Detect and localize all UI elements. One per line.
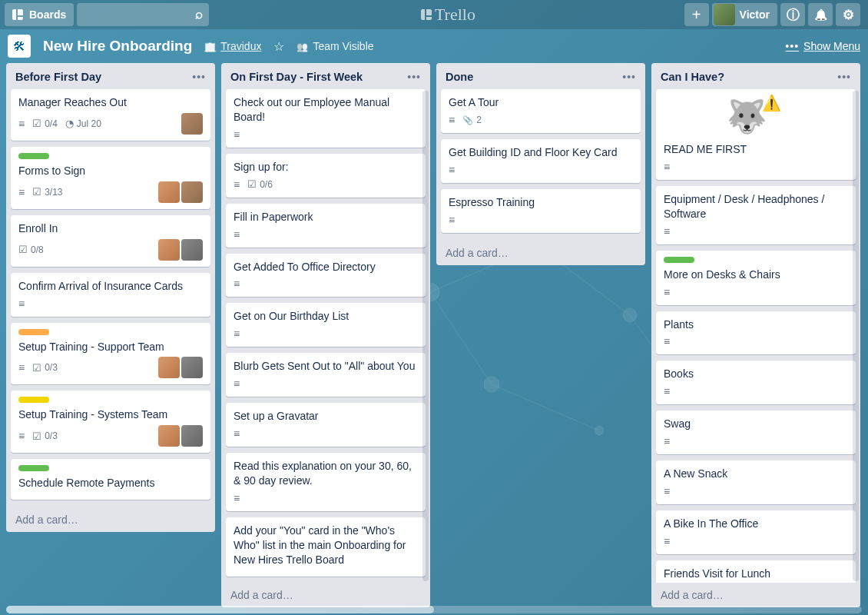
- card[interactable]: A New Snack: [656, 460, 856, 504]
- horizontal-scrollbar[interactable]: [6, 606, 862, 613]
- card[interactable]: Equipment / Desk / Headphones / Software: [656, 186, 856, 244]
- list-scrollbar[interactable]: [853, 91, 859, 581]
- description-icon: [664, 535, 670, 547]
- card-members: [158, 181, 203, 203]
- list-title[interactable]: Before First Day: [15, 71, 101, 83]
- card[interactable]: Plants: [656, 311, 856, 355]
- card-label[interactable]: [18, 153, 49, 159]
- checklist-icon: [32, 186, 41, 198]
- card-title: Get Added To Office Directory: [234, 260, 418, 274]
- list-scrollbar[interactable]: [422, 91, 429, 581]
- add-card-button[interactable]: Add a card…: [651, 583, 860, 607]
- card[interactable]: Blurb Gets Sent Out to "All" about You: [226, 353, 426, 397]
- scrollbar-thumb[interactable]: [6, 606, 434, 613]
- description-icon: [18, 118, 25, 130]
- card-title: Books: [664, 367, 848, 381]
- member-avatar[interactable]: [158, 357, 180, 378]
- card-title: Equipment / Desk / Headphones / Software: [664, 192, 848, 221]
- list-menu-button[interactable]: •••: [837, 71, 851, 83]
- card[interactable]: Enroll In0/8: [11, 215, 210, 267]
- card[interactable]: Get Added To Office Directory: [226, 254, 426, 298]
- add-card-button[interactable]: Add a card…: [436, 241, 645, 265]
- card[interactable]: 🐺⚠️READ ME FIRST: [656, 89, 856, 180]
- card[interactable]: Add your "You" card in the "Who's Who" l…: [226, 517, 426, 577]
- card[interactable]: Confirm Arrival of Insurance Cards: [11, 273, 210, 317]
- card[interactable]: Sign up for:0/6: [226, 154, 426, 198]
- boards-button[interactable]: Boards: [5, 3, 74, 26]
- card-title: Sign up for:: [234, 160, 418, 175]
- member-avatar[interactable]: [158, 181, 180, 203]
- description-icon: [664, 485, 670, 497]
- card[interactable]: Setup Training - Systems Team0/3: [11, 391, 210, 453]
- list-menu-button[interactable]: •••: [407, 71, 421, 83]
- description-badge: [234, 427, 240, 440]
- description-badge: [449, 164, 455, 176]
- card[interactable]: A Bike In The Office: [656, 510, 856, 554]
- card-title: Fill in Paperwork: [234, 210, 418, 224]
- list-title[interactable]: Done: [446, 71, 473, 83]
- search-input[interactable]: [77, 3, 209, 26]
- description-badge: [664, 385, 670, 397]
- member-avatar[interactable]: [181, 113, 203, 135]
- add-card-button[interactable]: Add a card…: [6, 507, 215, 532]
- card-title: Plants: [664, 317, 848, 332]
- member-avatar[interactable]: [158, 425, 180, 447]
- card[interactable]: Setup Training - Support Team0/3: [11, 323, 210, 385]
- description-icon: [664, 286, 670, 298]
- description-badge: [18, 186, 25, 198]
- card[interactable]: Set up a Gravatar: [226, 403, 426, 447]
- description-badge: [664, 335, 670, 347]
- card[interactable]: More on Desks & Chairs: [656, 251, 856, 305]
- board-title[interactable]: New Hire Onboarding: [43, 38, 192, 55]
- member-avatar[interactable]: [181, 181, 203, 203]
- card[interactable]: Read this explanation on your 30, 60, & …: [226, 453, 426, 511]
- trello-logo[interactable]: Trello: [212, 5, 684, 25]
- card[interactable]: Get Building ID and Floor Key Card: [441, 139, 641, 183]
- list: On First Day - First Week•••Check out ou…: [221, 63, 430, 607]
- user-menu[interactable]: Victor: [712, 3, 777, 26]
- card-list: 🐺⚠️READ ME FIRSTEquipment / Desk / Headp…: [651, 89, 860, 583]
- card-title: A Bike In The Office: [664, 517, 848, 531]
- card-members: [158, 425, 203, 447]
- board-canvas[interactable]: Before First Day•••Manager Reaches Out0/…: [0, 63, 868, 607]
- card-title: Swag: [664, 417, 848, 431]
- member-avatar[interactable]: [181, 239, 203, 261]
- card[interactable]: Swag: [656, 411, 856, 454]
- notifications-button[interactable]: [808, 3, 833, 26]
- board-visibility[interactable]: Team Visible: [297, 40, 373, 52]
- list-title[interactable]: Can I Have?: [661, 71, 724, 83]
- card[interactable]: Get A Tour2: [441, 89, 641, 133]
- list-menu-button[interactable]: •••: [192, 71, 206, 83]
- card[interactable]: Check out our Employee Manual Board!: [226, 89, 426, 148]
- description-icon: [234, 178, 240, 191]
- card[interactable]: Forms to Sign3/13: [11, 147, 210, 209]
- card[interactable]: Manager Reaches Out0/4Jul 20: [11, 89, 210, 141]
- member-avatar[interactable]: [181, 357, 203, 378]
- card[interactable]: Books: [656, 361, 856, 404]
- member-avatar[interactable]: [181, 425, 203, 447]
- info-button[interactable]: [780, 3, 805, 26]
- create-button[interactable]: [684, 3, 709, 26]
- description-badge: [234, 178, 240, 191]
- card-label[interactable]: [18, 329, 49, 335]
- attachments-badge: 2: [462, 115, 482, 125]
- card-label[interactable]: [18, 465, 49, 471]
- card[interactable]: Fill in Paperwork: [226, 204, 426, 248]
- card[interactable]: Espresso Training: [441, 189, 641, 233]
- list-menu-button[interactable]: •••: [622, 71, 636, 83]
- member-avatar[interactable]: [158, 239, 180, 261]
- checklist-badge: 0/3: [32, 362, 58, 374]
- show-menu-button[interactable]: ••• Show Menu: [785, 40, 860, 52]
- card[interactable]: Schedule Remote Payments: [11, 459, 210, 500]
- card[interactable]: Get on Our Birthday List: [226, 303, 426, 347]
- board-org[interactable]: Travidux: [204, 40, 261, 52]
- settings-button[interactable]: [836, 3, 860, 26]
- card-label[interactable]: [18, 397, 49, 403]
- card-label[interactable]: [664, 257, 694, 263]
- ellipsis-icon: •••: [785, 40, 799, 52]
- star-board[interactable]: [273, 39, 284, 54]
- description-icon: [18, 186, 25, 198]
- add-card-button[interactable]: Add a card…: [221, 583, 430, 607]
- list-title[interactable]: On First Day - First Week: [230, 71, 363, 83]
- card[interactable]: Friends Visit for Lunch: [656, 560, 856, 583]
